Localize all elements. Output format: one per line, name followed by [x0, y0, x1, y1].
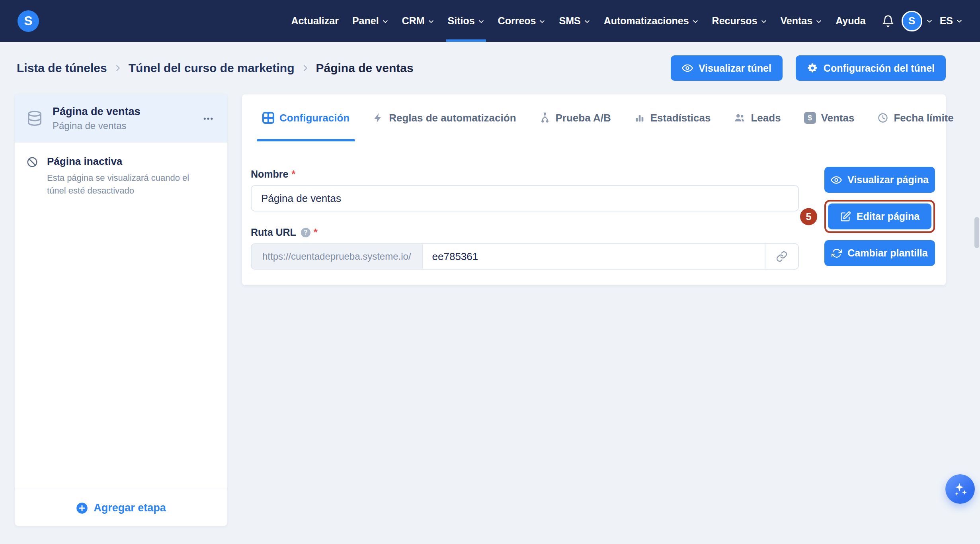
funnel-steps-sidebar: Página de ventas Página de ventas Página…	[15, 94, 227, 526]
tab-leads[interactable]: Leads	[728, 94, 786, 141]
preview-page-label: Visualizar página	[847, 174, 929, 186]
tab-label: Ventas	[821, 112, 855, 124]
chevron-down-icon	[692, 18, 699, 25]
nav-label: Correos	[498, 15, 536, 27]
nav-label: Automatizaciones	[604, 15, 689, 27]
coins-icon	[25, 110, 44, 128]
nav-item-recursos[interactable]: Recursos	[712, 0, 767, 42]
tab-configuracion[interactable]: Configuración	[257, 94, 355, 141]
page-action-buttons: Visualizar página 5 Editar página Cambia…	[824, 167, 935, 266]
breadcrumb: Lista de túneles Túnel del curso de mark…	[17, 61, 414, 75]
url-input-group: https://cuentadeprueba.systeme.io/	[251, 243, 799, 270]
inactive-text: Página inactiva Esta página se visualiza…	[47, 155, 200, 197]
link-icon[interactable]	[765, 244, 798, 269]
preview-funnel-label: Visualizar túnel	[699, 63, 771, 74]
nav-item-sms[interactable]: SMS	[559, 0, 590, 42]
nav-label: Ventas	[781, 15, 813, 27]
eye-icon	[682, 63, 693, 74]
change-template-button[interactable]: Cambiar plantilla	[824, 240, 935, 266]
nav-label: Recursos	[712, 15, 757, 27]
assistant-fab[interactable]	[945, 474, 975, 504]
chevron-down-icon	[539, 18, 545, 25]
funnel-step-sales-page[interactable]: Página de ventas Página de ventas	[15, 94, 227, 143]
preview-page-button[interactable]: Visualizar página	[824, 167, 935, 193]
nav-item-panel[interactable]: Panel	[352, 0, 388, 42]
gear-icon	[807, 63, 818, 74]
account-menu[interactable]: S	[902, 11, 933, 31]
chevron-down-icon	[478, 18, 484, 25]
people-icon	[734, 112, 746, 124]
annotation-highlight-ring: 5 Editar página	[824, 200, 935, 233]
chevron-down-icon	[761, 18, 767, 25]
top-navbar: S Actualizar Panel CRM Sitios Correos SM…	[0, 0, 980, 42]
chevron-down-icon	[428, 18, 434, 25]
nav-item-crm[interactable]: CRM	[402, 0, 434, 42]
nav-label: Actualizar	[291, 15, 338, 27]
kebab-menu-icon[interactable]	[200, 110, 217, 127]
tab-label: Configuración	[279, 112, 349, 124]
tab-fecha-limite[interactable]: Fecha límite	[872, 94, 959, 141]
edit-page-button[interactable]: Editar página	[828, 204, 931, 229]
chevron-down-icon	[926, 18, 933, 24]
tab-ventas[interactable]: $ Ventas	[798, 94, 860, 141]
step-text: Página de ventas Página de ventas	[53, 106, 141, 131]
nav-item-correos[interactable]: Correos	[498, 0, 546, 42]
main-nav: Actualizar Panel CRM Sitios Correos SMS …	[291, 0, 865, 42]
page-name-input[interactable]	[251, 185, 799, 211]
bell-icon[interactable]	[882, 15, 894, 27]
add-step-button[interactable]: Agregar etapa	[15, 490, 227, 526]
circle-slash-icon	[26, 156, 38, 197]
edit-page-label: Editar página	[857, 211, 919, 222]
tab-label: Leads	[751, 112, 781, 124]
nav-label: Ayuda	[836, 15, 865, 27]
refresh-icon	[832, 248, 842, 258]
nav-item-ayuda[interactable]: Ayuda	[836, 0, 865, 42]
lightning-icon	[373, 112, 384, 123]
chevron-down-icon	[816, 18, 822, 25]
inactive-page-notice: Página inactiva Esta página se visualiza…	[15, 143, 227, 210]
breadcrumb-funnel-list[interactable]: Lista de túneles	[17, 61, 107, 75]
inactive-title: Página inactiva	[47, 155, 200, 168]
breadcrumb-funnel-name[interactable]: Túnel del curso de marketing	[129, 61, 295, 75]
nav-item-actualizar[interactable]: Actualizar	[291, 0, 338, 42]
change-template-label: Cambiar plantilla	[847, 247, 927, 259]
tab-label: Estadísticas	[650, 112, 711, 124]
funnel-settings-button[interactable]: Configuración del túnel	[796, 55, 946, 81]
edit-pencil-icon	[840, 211, 851, 222]
nav-label: SMS	[559, 15, 580, 27]
app-logo[interactable]: S	[18, 10, 39, 32]
funnel-settings-label: Configuración del túnel	[824, 63, 935, 74]
url-prefix: https://cuentadeprueba.systeme.io/	[252, 244, 423, 269]
language-label: ES	[940, 15, 953, 27]
avatar: S	[902, 11, 922, 31]
url-path-input[interactable]	[423, 244, 765, 269]
chevron-down-icon	[956, 18, 962, 24]
page-header: Lista de túneles Túnel del curso de mark…	[17, 42, 946, 94]
tab-reglas-automatizacion[interactable]: Reglas de automatización	[367, 94, 521, 141]
sparkles-icon	[952, 481, 968, 497]
sidebar-spacer	[15, 210, 227, 490]
url-label-text: Ruta URL	[251, 227, 296, 238]
dollar-icon: $	[804, 112, 816, 124]
tab-prueba-ab[interactable]: Prueba A/B	[534, 94, 617, 141]
nav-right: S ES	[882, 11, 962, 31]
plus-circle-icon	[76, 502, 88, 514]
step-subtitle: Página de ventas	[53, 120, 141, 131]
language-selector[interactable]: ES	[940, 15, 962, 27]
header-actions: Visualizar túnel Configuración del túnel	[671, 55, 946, 81]
vertical-scrollbar-thumb[interactable]	[974, 217, 979, 248]
nav-item-sitios[interactable]: Sitios	[448, 0, 484, 42]
chevron-right-icon	[301, 64, 310, 72]
tab-estadisticas[interactable]: Estadísticas	[629, 94, 716, 141]
nav-label: CRM	[402, 15, 425, 27]
clock-icon	[877, 112, 888, 123]
chevron-down-icon	[584, 18, 590, 25]
name-label-text: Nombre	[251, 168, 288, 180]
help-icon[interactable]: ?	[301, 228, 310, 237]
page-settings-card: Configuración Reglas de automatización P…	[242, 94, 946, 285]
tab-label: Reglas de automatización	[389, 112, 516, 124]
nav-item-ventas[interactable]: Ventas	[781, 0, 822, 42]
add-step-label: Agregar etapa	[94, 502, 166, 514]
preview-funnel-button[interactable]: Visualizar túnel	[671, 55, 783, 81]
nav-item-automatizaciones[interactable]: Automatizaciones	[604, 0, 699, 42]
